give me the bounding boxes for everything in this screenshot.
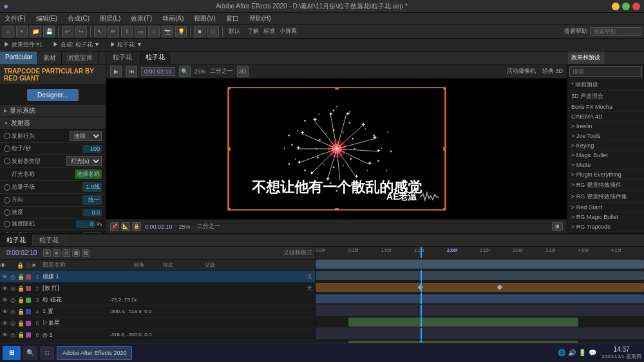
tl-tool-1[interactable]: ⊕ <box>43 249 51 257</box>
effect-3d-channel[interactable]: 3D 声道混合 <box>567 91 644 102</box>
quantity-value[interactable]: 1.0线 <box>82 182 102 192</box>
menu-effect[interactable]: 效果(T) <box>129 14 154 23</box>
menu-help[interactable]: 帮助(H) <box>247 14 273 23</box>
effects-search-input[interactable] <box>569 66 642 77</box>
comp-3d-toggle[interactable]: 3D <box>237 66 249 77</box>
taskbar-notification[interactable]: 💬 <box>589 349 596 356</box>
layer-row-5[interactable]: 👁 ◎ 🔒 5 ▷血星 <box>0 318 315 329</box>
layer-2-eye[interactable]: 👁 <box>0 285 9 292</box>
toolbar-new[interactable]: + <box>16 26 28 37</box>
section-emitter[interactable]: 发射器 <box>0 117 106 129</box>
tl-tool-3[interactable]: ⊙ <box>62 249 70 257</box>
speed-random-value[interactable]: 0 <box>76 220 95 228</box>
menu-layer[interactable]: 图层(L) <box>98 14 122 23</box>
bottom-tool-1[interactable]: 📌 <box>110 222 119 231</box>
comp-camera[interactable]: 活动摄像机 <box>507 67 536 75</box>
tl-tool-4[interactable]: ▦ <box>72 249 80 257</box>
layer-2-lock[interactable]: 🔒 <box>17 285 24 292</box>
track-row-1[interactable] <box>316 258 644 270</box>
layer-name-value[interactable]: 选择名称 <box>75 169 102 179</box>
comp-time-display[interactable]: 0:00:02:10 <box>141 67 175 76</box>
track-row-6[interactable] <box>316 316 644 328</box>
comp-magnet[interactable]: 🔍 <box>179 66 191 77</box>
layer-4-solo[interactable]: ◎ <box>9 309 17 315</box>
stopwatch-speed[interactable] <box>4 209 10 216</box>
toolbar-shape-ellipse[interactable]: ○ <box>148 26 160 37</box>
toolbar-redo[interactable]: ↪ <box>75 26 87 37</box>
workspace-minimal[interactable]: 小屏幕 <box>279 27 297 35</box>
layer-5-name[interactable]: ▷血星 <box>43 319 107 327</box>
layer-5-lock[interactable]: 🔒 <box>17 320 24 327</box>
effect-joe-tools[interactable]: > Joe Tools <box>567 131 644 141</box>
taskbar-network[interactable]: 🌐 <box>558 349 565 356</box>
effect-rg-vfx-set[interactable]: > RG 视觉特效插件集 <box>567 191 644 203</box>
start-button[interactable]: ⊞ <box>3 346 21 360</box>
layer-3-solo[interactable]: ◎ <box>9 297 17 303</box>
layer-6-lock[interactable]: 🔒 <box>17 332 24 338</box>
effect-rg-vfx[interactable]: > RG 视觉特效插件 <box>567 180 644 191</box>
tab-footage[interactable]: 素材 <box>38 52 62 64</box>
layer-3-eye[interactable]: 👁 <box>0 297 9 303</box>
layer-4-name[interactable]: 1 置 <box>43 307 107 316</box>
stopwatch-direction[interactable] <box>4 197 10 204</box>
comp-rewind[interactable]: ⏮ <box>126 66 137 77</box>
layer-6-name[interactable]: ◎ 1 <box>43 332 107 338</box>
layer-2-name[interactable]: [效 打] <box>43 284 107 292</box>
bottom-tool-2[interactable]: 📐 <box>121 222 130 231</box>
stopwatch-quantity[interactable] <box>4 184 10 191</box>
effect-cinema4d[interactable]: CINEMA 4D <box>567 112 644 122</box>
toolbar-camera[interactable]: 📷 <box>162 26 173 37</box>
layer-5-solo[interactable]: ◎ <box>9 320 17 327</box>
toolbar-select[interactable]: ↖ <box>94 26 106 37</box>
tab-browse[interactable]: 浏览宝库 <box>62 52 99 64</box>
toolbar-light[interactable]: 💡 <box>175 26 187 37</box>
track-row-2[interactable] <box>316 270 644 281</box>
maximize-button[interactable] <box>622 3 630 10</box>
section-display[interactable]: 显示系统 <box>0 105 106 117</box>
menu-edit[interactable]: 编辑(E) <box>34 14 59 23</box>
effect-magic-bullet[interactable]: > Magic Bullet <box>567 151 644 160</box>
layer-1-solo[interactable]: ◎ <box>9 274 17 280</box>
effect-matte[interactable]: > Matte <box>567 160 644 170</box>
layer-6-eye[interactable]: 👁 <box>0 332 9 338</box>
comp-tab-2[interactable]: 粒子花 <box>139 52 172 64</box>
layer-row-2[interactable]: 👁 ◎ 🔒 2 [效 打] 无 <box>0 283 315 294</box>
comp-toggle-full[interactable]: ⊞ <box>552 222 563 231</box>
stopwatch-speed-random[interactable] <box>4 221 10 227</box>
menu-comp[interactable]: 合成(C) <box>66 14 91 23</box>
menu-view[interactable]: 视图(V) <box>192 14 217 23</box>
pps-value[interactable]: 100 <box>82 145 102 153</box>
taskbar-clock[interactable]: 14:37 2022/12/1 星期四 <box>601 346 641 360</box>
taskbar-taskview[interactable]: □ <box>40 346 54 360</box>
layer-1-eye[interactable]: 👁 <box>0 274 9 280</box>
layer-3-lock[interactable]: 🔒 <box>17 297 24 303</box>
bottom-zoom[interactable]: 25% <box>179 224 191 230</box>
track-row-3[interactable] <box>316 281 644 293</box>
tl-tab-2[interactable]: 粒子花 <box>33 234 66 246</box>
stopwatch-behavior[interactable] <box>4 133 10 139</box>
toolbar-stroke[interactable]: □ <box>207 26 219 37</box>
layer-row-1[interactable]: 👁 ◎ 🔒 1 感嫌 1 无 <box>0 271 315 283</box>
tab-effects-presets[interactable]: 效果和预设 <box>567 52 605 64</box>
effect-boris[interactable]: Boris FX Mocha <box>567 102 644 112</box>
toolbar-home[interactable]: ⌂ <box>3 26 14 37</box>
layer-1-lock[interactable]: 🔒 <box>17 274 24 280</box>
effect-red-giant[interactable]: > Red Giant <box>567 203 644 213</box>
track-row-5[interactable] <box>316 305 644 316</box>
tl-tool-5[interactable]: ▤ <box>82 249 90 257</box>
stopwatch-pps[interactable] <box>4 146 10 152</box>
layer-1-name[interactable]: 感嫌 1 <box>43 272 107 281</box>
taskbar-ae-app[interactable]: Adobe After Effects 2020 <box>57 346 132 360</box>
stopwatch-emitter[interactable] <box>4 158 10 164</box>
direction-value[interactable]: 统一 <box>82 195 102 205</box>
close-button[interactable] <box>632 3 640 10</box>
comp-tab-1[interactable]: 粒子花 <box>106 52 139 64</box>
effect-keying[interactable]: > Keying <box>567 141 644 151</box>
toolbar-undo[interactable]: ↩ <box>62 26 73 37</box>
minimize-button[interactable] <box>612 3 620 10</box>
layer-3-name[interactable]: 粒 磁花 <box>43 296 107 304</box>
search-input[interactable] <box>590 27 641 36</box>
layer-4-eye[interactable]: 👁 <box>0 309 9 315</box>
menu-window[interactable]: 窗口 <box>224 14 241 23</box>
effect-rg-magic-bullet[interactable]: > RG Magic Bullet <box>567 213 644 222</box>
